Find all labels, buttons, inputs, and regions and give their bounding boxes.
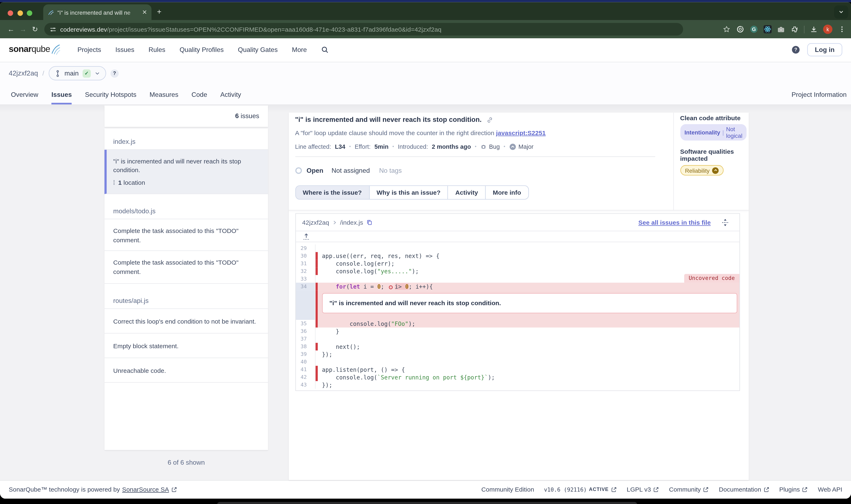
- permalink-icon[interactable]: [486, 116, 493, 123]
- expand-lines-row[interactable]: [296, 231, 739, 242]
- tab-why-is-this-an-issue[interactable]: Why is this an issue?: [369, 186, 448, 199]
- sonarqube-logo[interactable]: sonarqube: [9, 44, 60, 55]
- code-line[interactable]: 34 for(let i = 0; i> 0; i++){: [296, 283, 739, 290]
- footer-plugins-link[interactable]: Plugins: [779, 486, 808, 493]
- forward-button[interactable]: →: [17, 25, 29, 34]
- issue-status[interactable]: Open: [306, 167, 323, 175]
- see-all-issues-link[interactable]: See all issues in this file: [638, 219, 711, 226]
- toolbar-separator: [804, 25, 805, 33]
- code-line[interactable]: 31 console.log(err);: [296, 260, 739, 267]
- nav-issues[interactable]: Issues: [115, 46, 134, 54]
- bookmark-star-icon[interactable]: [722, 25, 730, 34]
- issue-assignee[interactable]: Not assigned: [332, 167, 370, 175]
- nav-quality-gates[interactable]: Quality Gates: [238, 46, 278, 54]
- main-nav: Projects Issues Rules Quality Profiles Q…: [77, 46, 329, 54]
- extension-react-icon[interactable]: [763, 25, 772, 34]
- zoom-window-button[interactable]: [27, 10, 32, 16]
- tab-security-hotspots[interactable]: Security Hotspots: [85, 85, 137, 104]
- tab-close-icon[interactable]: ✕: [142, 9, 147, 16]
- tab-activity[interactable]: Activity: [220, 85, 241, 104]
- issue-list-item[interactable]: Empty block statement.: [105, 334, 268, 358]
- issue-message-box[interactable]: "i" is incremented and will never reach …: [322, 293, 737, 313]
- code-line[interactable]: 30app.use((err, req, res, next) => {: [296, 252, 739, 260]
- site-settings-icon[interactable]: [50, 26, 56, 33]
- code-project-key[interactable]: 42jzxf2aq: [302, 219, 329, 226]
- issue-locations[interactable]: ⁞ 1 location: [113, 178, 260, 187]
- code-line[interactable]: 41app.listen(port, () => {: [296, 366, 739, 374]
- issue-list-item[interactable]: Complete the task associated to this "TO…: [105, 219, 268, 251]
- nav-more[interactable]: More: [292, 46, 307, 54]
- tab-code[interactable]: Code: [192, 85, 207, 104]
- code-breadcrumb: 42jzxf2aq /index.js See all issues in th…: [296, 214, 739, 231]
- login-button[interactable]: Log in: [807, 43, 842, 56]
- footer-license-link[interactable]: LGPL v3: [627, 486, 659, 493]
- code-line[interactable]: 29: [296, 244, 739, 252]
- issue-list-item-selected[interactable]: "i" is incremented and will never reach …: [105, 149, 268, 194]
- tab-where-is-the-issue[interactable]: Where is the issue?: [296, 186, 369, 199]
- branch-icon: [55, 70, 60, 77]
- expand-up-icon[interactable]: [303, 233, 309, 240]
- footer-webapi-link[interactable]: Web API: [818, 486, 842, 493]
- rule-link[interactable]: javascript:S2251: [496, 129, 546, 136]
- project-key[interactable]: 42jzxf2aq: [9, 70, 38, 77]
- branch-selector[interactable]: main ✓: [49, 66, 106, 80]
- nav-projects[interactable]: Projects: [77, 46, 101, 54]
- minimize-window-button[interactable]: [17, 10, 22, 16]
- window-controls[interactable]: [8, 10, 32, 16]
- url-text[interactable]: codereviews.dev/project/issues?issueStat…: [60, 26, 441, 33]
- tab-activity[interactable]: Activity: [448, 186, 485, 199]
- branch-help-icon[interactable]: ?: [110, 69, 119, 77]
- address-bar[interactable]: codereviews.dev/project/issues?issueStat…: [44, 23, 683, 36]
- back-button[interactable]: ←: [5, 25, 17, 34]
- help-icon[interactable]: ?: [792, 46, 800, 54]
- status-radio-icon[interactable]: [295, 167, 302, 174]
- issue-list-item[interactable]: Correct this loop's end condition to not…: [105, 309, 268, 334]
- tab-more-info[interactable]: More info: [485, 186, 528, 199]
- code-line[interactable]: 42 console.log(`Server running on port $…: [296, 374, 739, 381]
- project-information-link[interactable]: Project Information: [792, 91, 847, 98]
- downloads-icon[interactable]: [810, 25, 818, 34]
- tab-search-button[interactable]: [834, 5, 848, 18]
- footer-version[interactable]: v10.6 (92116) ACTIVE: [544, 486, 617, 492]
- footer-docs-link[interactable]: Documentation: [719, 486, 769, 493]
- footer-community-link[interactable]: Community: [669, 486, 709, 493]
- new-tab-button[interactable]: +: [157, 7, 161, 15]
- extensions-puzzle-icon[interactable]: [791, 25, 799, 34]
- code-line[interactable]: 43});: [296, 381, 739, 389]
- browser-tab[interactable]: "i" is incremented and will ne ✕: [43, 4, 152, 20]
- code-file-name[interactable]: /index.js: [340, 219, 363, 226]
- tab-overview[interactable]: Overview: [11, 85, 38, 104]
- close-window-button[interactable]: [8, 10, 13, 16]
- code-line[interactable]: 37: [296, 335, 739, 343]
- tab-measures[interactable]: Measures: [149, 85, 178, 104]
- reload-button[interactable]: ↻: [29, 25, 41, 34]
- issue-tags[interactable]: No tags: [379, 167, 402, 175]
- code-line[interactable]: 33: [296, 275, 739, 283]
- issue-list-item[interactable]: Complete the task associated to this "TO…: [105, 251, 268, 284]
- code-line[interactable]: 32 console.log("yes.....");: [296, 267, 739, 275]
- reliability-pill[interactable]: Reliability: [680, 165, 724, 176]
- extension-ring-icon[interactable]: [735, 25, 744, 34]
- copy-icon[interactable]: [366, 219, 372, 225]
- tab-issues[interactable]: Issues: [51, 85, 72, 104]
- sonarqube-favicon-icon: [48, 9, 54, 16]
- breadcrumb-separator: /: [42, 70, 44, 77]
- severity-up-icon: [712, 167, 719, 174]
- expand-vertical-icon[interactable]: [722, 218, 728, 226]
- extension-g-icon[interactable]: G: [749, 25, 758, 34]
- browser-menu-icon[interactable]: [837, 25, 846, 34]
- code-line[interactable]: 40: [296, 358, 739, 366]
- nav-rules[interactable]: Rules: [148, 46, 165, 54]
- code-line[interactable]: 35 console.log("FOo");: [296, 320, 739, 327]
- profile-avatar[interactable]: k: [823, 24, 832, 34]
- search-icon[interactable]: [321, 46, 329, 54]
- issue-message: "i" is incremented and will never reach …: [113, 157, 260, 175]
- nav-quality-profiles[interactable]: Quality Profiles: [180, 46, 224, 54]
- code-line[interactable]: 39});: [296, 350, 739, 358]
- code-line[interactable]: 36 }: [296, 327, 739, 335]
- clean-code-attribute-pill[interactable]: Intentionality|Not logical: [680, 124, 747, 141]
- extension-camera-icon[interactable]: [777, 25, 785, 34]
- sonarsource-link[interactable]: SonarSource SA: [122, 486, 169, 493]
- code-line[interactable]: 38 next();: [296, 343, 739, 350]
- issue-list-item[interactable]: Unreachable code.: [105, 358, 268, 383]
